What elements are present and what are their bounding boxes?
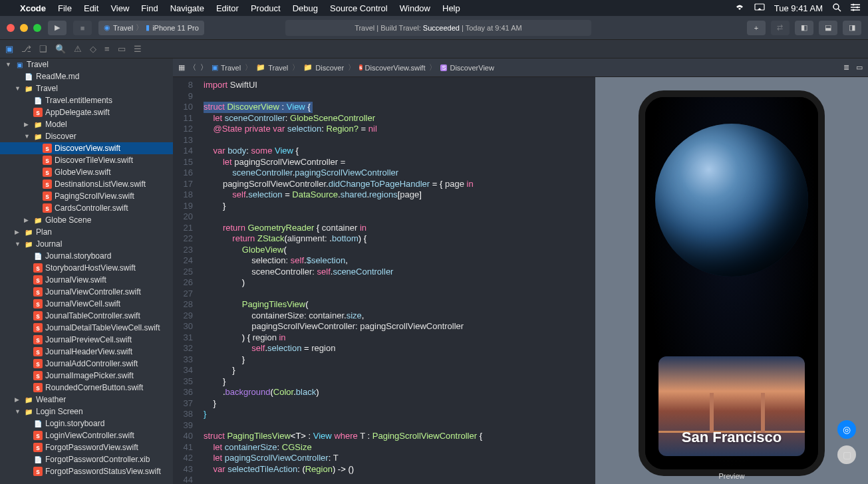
menu-find[interactable]: Find bbox=[141, 3, 158, 13]
nav-item[interactable]: ▶📁Model bbox=[0, 118, 173, 130]
project-navigator-tab[interactable]: ▣ bbox=[5, 44, 13, 54]
nav-item[interactable]: sDiscoverView.swift bbox=[0, 142, 173, 154]
app-menu[interactable]: Xcode bbox=[20, 3, 46, 13]
nav-item[interactable]: sForgotPasswordStatusView.swift bbox=[0, 465, 173, 477]
globe-view bbox=[655, 124, 808, 277]
disclosure-triangle-icon[interactable]: ▶ bbox=[24, 121, 31, 128]
nav-item[interactable]: ▼📁Travel bbox=[0, 82, 173, 94]
nav-item[interactable]: ▼📁Login Screen bbox=[0, 406, 173, 418]
test-navigator-tab[interactable]: ◇ bbox=[90, 44, 96, 54]
nav-item[interactable]: ▶📁Weather bbox=[0, 394, 173, 406]
project-navigator[interactable]: ▼▣Travel📄ReadMe.md▼📁Travel📄Travel.entitl… bbox=[0, 59, 173, 484]
zoom-window-button[interactable] bbox=[33, 24, 41, 32]
forward-button[interactable]: 〉 bbox=[200, 62, 208, 72]
menu-view[interactable]: View bbox=[110, 3, 129, 13]
menu-product[interactable]: Product bbox=[251, 3, 281, 13]
source-editor[interactable]: 8910111213141516171819202122232425262728… bbox=[173, 77, 595, 484]
disclosure-triangle-icon[interactable]: ▼ bbox=[15, 85, 21, 92]
source-control-navigator-tab[interactable]: ⎇ bbox=[21, 44, 31, 54]
nav-item[interactable]: 📄Travel.entitlements bbox=[0, 94, 173, 106]
nav-item[interactable]: sDiscoverTileView.swift bbox=[0, 154, 173, 166]
nav-item[interactable]: ▼📁Journal bbox=[0, 238, 173, 250]
symbol-navigator-tab[interactable]: ❑ bbox=[39, 44, 47, 54]
menu-window[interactable]: Window bbox=[400, 3, 430, 13]
nav-item[interactable]: 📄Login.storyboard bbox=[0, 418, 173, 429]
minimize-window-button[interactable] bbox=[20, 24, 28, 32]
control-center-icon[interactable] bbox=[851, 3, 860, 13]
library-button[interactable]: + bbox=[747, 21, 766, 35]
nav-item[interactable]: sJournalPreviewCell.swift bbox=[0, 334, 173, 346]
nav-item[interactable]: sJournalViewCell.swift bbox=[0, 298, 173, 310]
preview-device-button[interactable]: ▢ bbox=[837, 445, 856, 464]
disclosure-triangle-icon[interactable]: ▼ bbox=[5, 61, 12, 68]
nav-item[interactable]: sAppDelegate.swift bbox=[0, 106, 173, 118]
back-button[interactable]: 〈 bbox=[189, 62, 196, 72]
adjust-editor-icon[interactable]: ▭ bbox=[856, 63, 863, 72]
menu-source-control[interactable]: Source Control bbox=[330, 3, 388, 13]
menu-editor[interactable]: Editor bbox=[216, 3, 239, 13]
menu-debug[interactable]: Debug bbox=[293, 3, 318, 13]
wifi-icon[interactable] bbox=[734, 3, 745, 13]
nav-item[interactable]: sCardsController.swift bbox=[0, 202, 173, 214]
live-preview-button[interactable]: ◎ bbox=[837, 420, 856, 439]
close-window-button[interactable] bbox=[7, 24, 15, 32]
jump-crumb-symbol[interactable]: SDiscoverView bbox=[440, 64, 494, 72]
nav-item[interactable]: ▼📁Discover bbox=[0, 130, 173, 142]
issue-navigator-tab[interactable]: ⚠ bbox=[74, 44, 82, 54]
macos-menubar: Xcode File Edit View Find Navigate Edito… bbox=[0, 0, 868, 16]
nav-item[interactable]: ▶📁Plan bbox=[0, 226, 173, 238]
nav-item[interactable]: 📄ForgotPasswordController.xib bbox=[0, 453, 173, 465]
run-button[interactable]: ▶ bbox=[48, 21, 67, 35]
scheme-selector[interactable]: ◉ Travel 〉 ▮ iPhone 11 Pro bbox=[98, 21, 204, 35]
nav-item[interactable]: sRoundedCornerButton.swift bbox=[0, 382, 173, 394]
menu-file[interactable]: File bbox=[58, 3, 72, 13]
nav-item[interactable]: 📄Journal.storyboard bbox=[0, 250, 173, 262]
nav-item[interactable]: sJournalHeaderView.swift bbox=[0, 346, 173, 358]
disclosure-triangle-icon[interactable]: ▼ bbox=[15, 408, 21, 415]
nav-item[interactable]: sStoryboardHostView.swift bbox=[0, 262, 173, 274]
nav-item[interactable]: ▼▣Travel bbox=[0, 59, 173, 70]
nav-item[interactable]: sJournalAddController.swift bbox=[0, 358, 173, 370]
debug-navigator-tab[interactable]: ≡ bbox=[104, 44, 110, 54]
nav-item[interactable]: sJounalTableController.swift bbox=[0, 310, 173, 322]
nav-item[interactable]: sJournalView.swift bbox=[0, 274, 173, 286]
report-navigator-tab[interactable]: ☰ bbox=[134, 44, 142, 54]
jump-crumb-group[interactable]: 📁Travel bbox=[256, 63, 288, 72]
nav-item[interactable]: sJournalDetailTableViewCell.swift bbox=[0, 322, 173, 334]
related-items-icon[interactable]: ▦ bbox=[178, 63, 185, 72]
screen-mirror-icon[interactable] bbox=[754, 3, 765, 13]
menu-help[interactable]: Help bbox=[442, 3, 460, 13]
toggle-bottom-panel-button[interactable]: ⬓ bbox=[819, 21, 837, 35]
spotlight-icon[interactable] bbox=[832, 3, 841, 14]
jump-crumb-file[interactable]: sDiscoverView.swift bbox=[359, 64, 425, 72]
menu-navigate[interactable]: Navigate bbox=[170, 3, 204, 13]
disclosure-triangle-icon[interactable]: ▶ bbox=[24, 217, 31, 223]
toggle-left-panel-button[interactable]: ◧ bbox=[795, 21, 813, 35]
clock[interactable]: Tue 9:41 AM bbox=[774, 3, 823, 13]
stop-button[interactable]: ■ bbox=[73, 21, 92, 35]
minimap-toggle-icon[interactable]: ≣ bbox=[843, 63, 849, 72]
jump-crumb-project[interactable]: ▣Travel bbox=[212, 63, 241, 72]
code-review-button[interactable]: ⇄ bbox=[771, 21, 790, 35]
nav-item[interactable]: sGlobeView.swift bbox=[0, 166, 173, 178]
swiftui-preview-canvas[interactable]: San Francisco ◎ ▢ Preview bbox=[595, 77, 868, 484]
nav-item[interactable]: sDestinationsListView.swift bbox=[0, 178, 173, 190]
nav-item[interactable]: 📄ReadMe.md bbox=[0, 70, 173, 82]
toggle-right-panel-button[interactable]: ◨ bbox=[843, 21, 861, 35]
nav-item-label: LoginViewController.swift bbox=[45, 431, 134, 440]
breakpoint-navigator-tab[interactable]: ▭ bbox=[118, 44, 126, 54]
nav-item[interactable]: sForgotPasswordView.swift bbox=[0, 441, 173, 453]
disclosure-triangle-icon[interactable]: ▼ bbox=[15, 241, 21, 247]
nav-item[interactable]: sLoginViewController.swift bbox=[0, 429, 173, 441]
disclosure-triangle-icon[interactable]: ▼ bbox=[24, 133, 31, 140]
nav-item[interactable]: sJournalViewController.swift bbox=[0, 286, 173, 298]
menu-edit[interactable]: Edit bbox=[84, 3, 98, 13]
disclosure-triangle-icon[interactable]: ▶ bbox=[15, 229, 21, 235]
jump-crumb-folder[interactable]: 📁Discover bbox=[303, 63, 344, 72]
nav-item-label: DiscoverView.swift bbox=[55, 144, 120, 153]
disclosure-triangle-icon[interactable]: ▶ bbox=[15, 396, 21, 403]
nav-item[interactable]: ▶📁Globe Scene bbox=[0, 214, 173, 226]
find-navigator-tab[interactable]: 🔍 bbox=[55, 44, 66, 54]
nav-item[interactable]: sPagingScrollView.swift bbox=[0, 190, 173, 202]
nav-item[interactable]: sJournalImagePicker.swift bbox=[0, 370, 173, 382]
